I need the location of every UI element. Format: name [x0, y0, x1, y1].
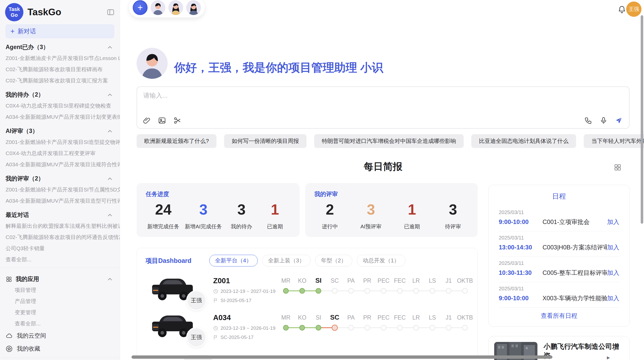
plus-icon: + — [10, 28, 14, 35]
sidebar-item[interactable]: 查看全部... — [0, 318, 120, 329]
milestone-label: OKTB — [457, 314, 473, 321]
milestone-label: SC — [327, 313, 343, 321]
chevron-up-icon[interactable] — [107, 276, 113, 282]
sidebar-item[interactable]: A034-全新新能源MUV产品开发项目法规符合性评审 — [0, 159, 120, 170]
phone-icon[interactable] — [584, 116, 592, 125]
project-row[interactable]: 王强 A034 2023-12-19 ~ 2026-01-19 SC-2025-… — [145, 313, 477, 340]
dashboard-title: 项目Dashboard — [145, 257, 192, 265]
event-name: C003|H0B-方案冻结评审 — [543, 243, 607, 251]
sidebar-item[interactable]: C02-飞腾新能源轻客改款项目的闭环通告反馈情况 — [0, 232, 120, 243]
dashboard-filter-tab[interactable]: 动总开发（1） — [357, 255, 405, 266]
stat-label: 进行中 — [316, 223, 344, 230]
suggestion-chip[interactable]: 比亚迪全固态电池计划具体说了什么 — [471, 134, 576, 148]
horizontal-scrollbar[interactable] — [131, 355, 552, 359]
app-title: TaskGo — [27, 7, 103, 18]
dashboard-filter-tab[interactable]: 全新上装（3） — [262, 255, 311, 266]
image-icon[interactable] — [158, 116, 166, 125]
new-chat-button[interactable]: + 新对话 — [6, 24, 114, 38]
briefing-card-title: 任务进度 — [146, 190, 290, 198]
chevron-up-icon[interactable] — [107, 44, 113, 51]
sidebar-item-star[interactable]: 我的收藏 — [0, 342, 120, 355]
stat-value: 1 — [261, 202, 289, 217]
project-row[interactable]: 王强 Z001 2023-12-19 ~ 2027-01-19 SI-2025-… — [145, 277, 477, 303]
sidebar-item-cloud[interactable]: 我的云空间 — [0, 329, 120, 342]
agent-avatar[interactable] — [168, 0, 183, 15]
sidebar-item[interactable]: C0X4-动力总成开发项目SI里程碑提交物检查 — [0, 100, 120, 111]
bell-icon[interactable] — [618, 5, 626, 14]
event-join-link[interactable]: 加入 — [607, 269, 619, 277]
sidebar-item[interactable]: 变更管理 — [0, 307, 120, 318]
milestone-label: PR — [359, 277, 375, 284]
sidebar-section-title: 我的评审（2） — [6, 175, 44, 183]
chevron-up-icon[interactable] — [107, 212, 113, 218]
scroll-right-arrow-icon[interactable]: ▸ — [607, 354, 610, 360]
suggestion-chip[interactable]: 如何写一份清晰的项目周报 — [224, 134, 306, 148]
suggestion-chip[interactable]: 欧洲新规最近颁布了什么? — [137, 134, 216, 148]
sidebar-item[interactable]: Z001-全新燃油皮卡产品开发项目SI节点Lesson Learn报告 — [0, 53, 120, 64]
chevron-up-icon[interactable] — [107, 92, 113, 98]
sidebar-item[interactable]: C02-飞腾新能源轻客改款项目立项汇报方案 — [0, 75, 120, 86]
mic-icon[interactable] — [599, 116, 608, 125]
sidebar-item[interactable]: Z001-全新燃油轻卡产品开发项目SI造型提交物评审 — [0, 137, 120, 148]
event-name: C001-立项审批会 — [543, 218, 607, 226]
flag-icon — [213, 335, 218, 340]
divider — [0, 268, 120, 268]
milestone-dot — [348, 325, 354, 331]
agent-avatar[interactable] — [151, 0, 165, 15]
user-avatar[interactable]: 王强 — [626, 2, 641, 17]
event-join-link[interactable]: 加入 — [607, 243, 619, 251]
stat-value: 1 — [398, 202, 426, 217]
sidebar-section-header[interactable]: 我的待办（2） — [0, 86, 120, 100]
sidebar-section-title: 我的待办（2） — [6, 91, 44, 99]
sidebar-item[interactable]: C0X4-动力总成开发项目工程变更评审 — [0, 148, 120, 159]
milestone-label: PEC — [375, 277, 392, 284]
sidebar-item[interactable]: 公司Q3轻卡销量 — [0, 243, 120, 254]
sidebar-collapse-icon[interactable] — [107, 8, 115, 16]
chevron-up-icon[interactable] — [107, 175, 113, 182]
view-all-schedule-link[interactable]: 查看所有日程 — [499, 312, 619, 320]
stat-label: AI预评审 — [357, 223, 385, 230]
suggestion-chip[interactable]: 特朗普可能对进口汽车增税会对中国车企造成哪些影响 — [314, 134, 464, 148]
scissors-icon[interactable] — [173, 116, 181, 125]
chat-input[interactable] — [143, 92, 576, 99]
sidebar-item[interactable]: 查看全部... — [0, 254, 120, 265]
add-agent-button[interactable]: + — [133, 0, 148, 15]
sidebar-item[interactable]: A034-全新新能源MUV产品开发项目计划变更表编写 — [0, 111, 120, 123]
vertical-scrollbar[interactable] — [641, 15, 643, 224]
sidebar-item[interactable]: A034-全新新能源MUV产品开发项目造型可行性评审 — [0, 195, 120, 206]
sidebar-item[interactable]: C02-飞腾新能源轻客改款项目里程碑画布 — [0, 64, 120, 75]
milestone-dot — [364, 325, 370, 331]
milestone-label: LS — [424, 277, 441, 284]
sidebar-item[interactable]: 项目管理 — [0, 284, 120, 296]
dashboard-filter-tab[interactable]: 全新平台（4） — [209, 255, 258, 266]
milestone-label: SC — [327, 277, 343, 284]
chevron-up-icon[interactable] — [107, 128, 113, 134]
cloud-icon — [6, 332, 13, 339]
event-join-link[interactable]: 加入 — [607, 294, 619, 302]
sidebar-section-header[interactable]: Agent已办（3） — [0, 39, 120, 53]
send-icon[interactable] — [615, 116, 623, 125]
sidebar-section-items: 解释最新出台的欧盟报废车法规再生塑料比例被调至15%...C02-飞腾新能源轻客… — [0, 220, 120, 265]
sidebar-item[interactable]: 产品管理 — [0, 296, 120, 307]
event-join-link[interactable]: 加入 — [607, 218, 619, 226]
dashboard-filter-tab[interactable]: 年型（2） — [315, 255, 352, 266]
greeting-text: 你好，王强，我是你的项目管理助理 小识 — [174, 60, 383, 75]
paperclip-icon[interactable] — [143, 116, 151, 125]
milestone-dot — [446, 288, 451, 294]
milestone-dot — [299, 325, 305, 331]
sidebar-item[interactable]: 解释最新出台的欧盟报废车法规再生塑料比例被调至15%... — [0, 220, 120, 232]
sidebar-section-header[interactable]: 我的评审（2） — [0, 170, 120, 184]
project-flag-date: SI-2025-05-17 — [221, 298, 251, 303]
stat: 24 新增完成任务 — [147, 202, 179, 230]
grid-small-icon[interactable] — [613, 163, 622, 171]
apps-group-header[interactable]: 我的应用 — [0, 271, 120, 284]
agent-avatar[interactable] — [186, 0, 201, 15]
star-icon — [6, 345, 13, 352]
sidebar-section-header[interactable]: AI评审（3） — [0, 123, 120, 137]
sidebar-section-header[interactable]: 最近对话 — [0, 206, 120, 220]
chat-input-card — [137, 86, 630, 129]
suggestion-chip[interactable]: 当下年轻人对汽车外观有怎样的喜好趋势 — [584, 134, 644, 148]
suggestion-chips: 欧洲新规最近颁布了什么?如何写一份清晰的项目周报特朗普可能对进口汽车增税会对中国… — [137, 134, 644, 148]
scroll-down-arrow-icon[interactable]: ▾ — [613, 346, 616, 352]
sidebar-item[interactable]: Z001-全新燃油轻卡产品开发项目SI节点属性5D文件评审 — [0, 184, 120, 195]
